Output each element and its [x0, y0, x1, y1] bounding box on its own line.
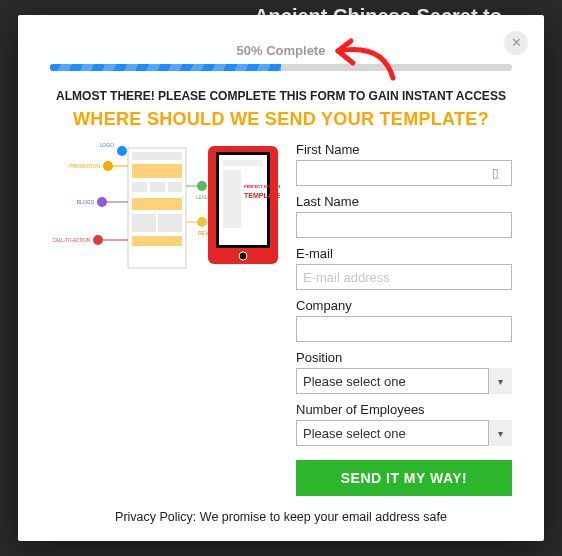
position-label: Position	[296, 350, 512, 365]
svg-rect-3	[132, 182, 147, 192]
last-name-input[interactable]	[296, 212, 512, 238]
tablet-line1: PERFECT HOMEPAGE	[244, 184, 280, 189]
company-label: Company	[296, 298, 512, 313]
svg-rect-4	[150, 182, 165, 192]
lead-form: First Name ▯ Last Name E-mail Company Po…	[296, 142, 512, 496]
first-name-label: First Name	[296, 142, 512, 157]
first-name-input[interactable]	[296, 160, 512, 186]
svg-rect-2	[132, 164, 182, 178]
svg-point-12	[103, 161, 113, 171]
submit-button[interactable]: SEND IT MY WAY!	[296, 460, 512, 496]
last-name-label: Last Name	[296, 194, 512, 209]
badge-cta: CALL-TO-ACTION	[53, 238, 90, 243]
progress-label: 50% Complete	[50, 43, 512, 58]
svg-point-10	[117, 146, 127, 156]
svg-rect-26	[223, 170, 241, 228]
svg-rect-1	[132, 152, 182, 160]
headline: WHERE SHOULD WE SEND YOUR TEMPLATE?	[50, 109, 512, 130]
email-input[interactable]	[296, 264, 512, 290]
svg-point-18	[197, 217, 207, 227]
employees-select[interactable]: Please select one	[296, 420, 512, 446]
svg-rect-6	[132, 198, 182, 210]
svg-rect-7	[132, 214, 156, 232]
company-input[interactable]	[296, 316, 512, 342]
badge-logo: LOGO	[100, 142, 115, 148]
progress-fill	[50, 64, 281, 71]
svg-point-20	[93, 235, 103, 245]
privacy-text: Privacy Policy: We promise to keep your …	[50, 510, 512, 524]
position-select[interactable]: Please select one	[296, 368, 512, 394]
progress-bar	[50, 64, 512, 71]
arrow-annotation	[323, 33, 403, 83]
badge-lead-magnet: LEAD	[196, 195, 209, 200]
email-label: E-mail	[296, 246, 512, 261]
svg-rect-8	[158, 214, 182, 232]
svg-point-14	[197, 181, 207, 191]
close-icon: ✕	[511, 35, 522, 50]
subheading: ALMOST THERE! PLEASE COMPLETE THIS FORM …	[50, 89, 512, 103]
svg-point-16	[97, 197, 107, 207]
template-illustration: LOGO PROMOTION LEAD BLOGS REVIEWS CALL-T…	[50, 142, 280, 496]
lead-capture-modal: ✕ 50% Complete ALMOST THERE! PLEASE COMP…	[18, 15, 544, 541]
badge-promotion: PROMOTION	[69, 163, 100, 169]
close-button[interactable]: ✕	[504, 31, 528, 55]
svg-rect-5	[168, 182, 182, 192]
svg-rect-25	[223, 160, 263, 166]
svg-rect-9	[132, 236, 182, 246]
tablet-line2: TEMPLATE	[244, 192, 280, 199]
svg-point-24	[239, 252, 247, 260]
employees-label: Number of Employees	[296, 402, 512, 417]
badge-blogs: BLOGS	[77, 199, 95, 205]
